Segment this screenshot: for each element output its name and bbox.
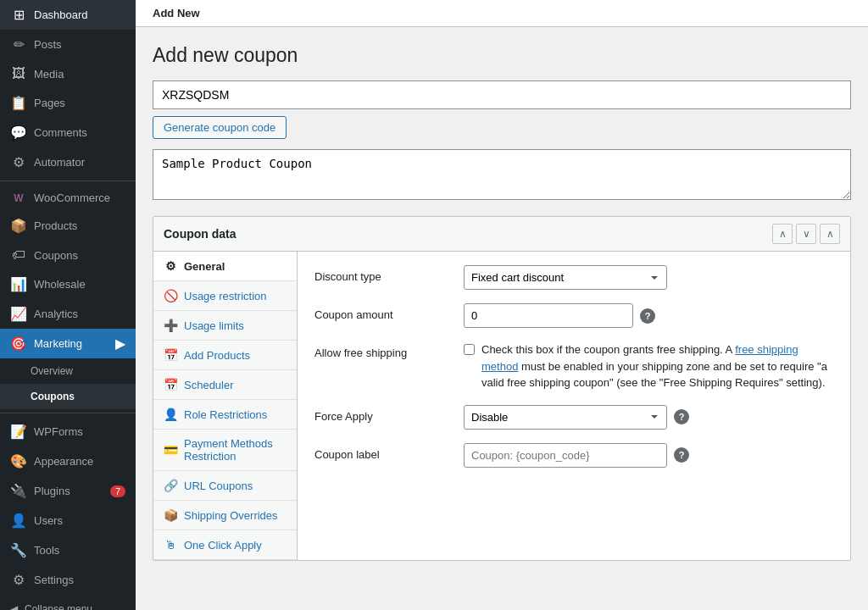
panel-title: Coupon data: [164, 227, 236, 241]
panel-body: ⚙ General 🚫 Usage restriction ➕ Usage li…: [153, 252, 850, 560]
sidebar-item-pages[interactable]: 📋 Pages: [0, 88, 136, 118]
plugins-icon: 🔌: [10, 483, 27, 499]
woocommerce-icon: W: [10, 192, 27, 204]
coupon-label-input-wrap: ?: [464, 443, 833, 468]
tab-one-click-apply[interactable]: 🖱 One Click Apply: [153, 530, 297, 560]
sidebar-item-settings[interactable]: ⚙ Settings: [0, 565, 136, 595]
free-shipping-checkbox[interactable]: [464, 344, 475, 355]
force-apply-select[interactable]: Disable Enable: [464, 405, 667, 430]
sidebar-item-posts[interactable]: ✏ Posts: [0, 30, 136, 59]
sidebar-item-appearance[interactable]: 🎨 Appearance: [0, 446, 136, 476]
sidebar-item-products[interactable]: 📦 Products: [0, 211, 136, 241]
coupon-code-input[interactable]: [153, 80, 851, 109]
coupon-amount-help-icon[interactable]: ?: [640, 308, 655, 324]
wpforms-icon: 📝: [10, 424, 27, 440]
sidebar-item-woocommerce[interactable]: W WooCommerce: [0, 185, 136, 211]
marketing-icon: 🎯: [10, 336, 27, 352]
breadcrumb: Add New: [153, 7, 200, 19]
coupon-amount-label: Coupon amount: [314, 303, 450, 321]
payment-methods-tab-icon: 💳: [164, 443, 177, 457]
panel-collapse-up-btn[interactable]: ∧: [772, 224, 793, 244]
discount-type-row: Discount type Percentage discount Fixed …: [314, 265, 833, 290]
sidebar-item-analytics[interactable]: 📈 Analytics: [0, 299, 136, 329]
collapse-icon: ◀: [10, 603, 18, 610]
sidebar-item-wholesale[interactable]: 📊 Wholesale: [0, 269, 136, 299]
free-shipping-description: Check this box if the coupon grants free…: [481, 341, 833, 391]
pages-icon: 📋: [10, 95, 27, 111]
topbar: Add New: [136, 0, 868, 27]
tab-scheduler[interactable]: 📅 Scheduler: [153, 370, 297, 400]
sidebar-item-dashboard[interactable]: ⊞ Dashboard: [0, 0, 136, 30]
posts-icon: ✏: [10, 36, 27, 53]
panel-controls: ∧ ∨ ∧: [772, 224, 840, 244]
sidebar-item-tools[interactable]: 🔧 Tools: [0, 535, 136, 565]
page-title: Add new coupon: [153, 44, 851, 67]
content-area: Add new coupon Generate coupon code Samp…: [136, 27, 868, 610]
products-icon: 📦: [10, 218, 27, 234]
free-shipping-row: Allow free shipping Check this box if th…: [314, 341, 833, 391]
collapse-menu-button[interactable]: ◀ Collapse menu: [0, 595, 136, 610]
sidebar-sub-overview[interactable]: Overview: [0, 358, 136, 384]
sidebar-item-media[interactable]: 🖼 Media: [0, 59, 136, 88]
tab-usage-restriction[interactable]: 🚫 Usage restriction: [153, 281, 297, 311]
coupon-label-help-icon[interactable]: ?: [674, 447, 689, 463]
free-shipping-label: Allow free shipping: [314, 341, 450, 359]
panel-expand-btn[interactable]: ∧: [820, 224, 840, 244]
tab-shipping-overrides[interactable]: 📦 Shipping Overrides: [153, 501, 297, 530]
one-click-apply-tab-icon: 🖱: [164, 538, 177, 552]
discount-type-label: Discount type: [314, 265, 450, 283]
discount-type-select[interactable]: Percentage discount Fixed cart discount …: [464, 265, 667, 290]
coupon-label-input[interactable]: [464, 443, 667, 468]
users-icon: 👤: [10, 513, 27, 529]
dashboard-icon: ⊞: [10, 7, 27, 23]
tab-usage-limits[interactable]: ➕ Usage limits: [153, 311, 297, 341]
coupon-label-row: Coupon label ?: [314, 443, 833, 468]
panel-tabs: ⚙ General 🚫 Usage restriction ➕ Usage li…: [153, 252, 298, 560]
sidebar-item-plugins[interactable]: 🔌 Plugins 7: [0, 476, 136, 506]
sidebar-sub-coupons[interactable]: Coupons: [0, 384, 136, 409]
sidebar-item-coupons[interactable]: 🏷 Coupons: [0, 241, 136, 269]
sidebar-item-comments[interactable]: 💬 Comments: [0, 118, 136, 147]
coupons-icon: 🏷: [10, 247, 27, 263]
coupon-amount-input[interactable]: [464, 303, 633, 328]
url-coupons-tab-icon: 🔗: [164, 479, 177, 492]
shipping-overrides-tab-icon: 📦: [164, 508, 177, 522]
force-apply-row: Force Apply Disable Enable ?: [314, 405, 833, 430]
comments-icon: 💬: [10, 125, 27, 141]
general-tab-content: Discount type Percentage discount Fixed …: [298, 252, 850, 560]
coupon-amount-row: Coupon amount ?: [314, 303, 833, 328]
discount-type-input-wrap: Percentage discount Fixed cart discount …: [464, 265, 833, 290]
panel-collapse-down-btn[interactable]: ∨: [796, 224, 816, 244]
plugins-badge: 7: [110, 485, 125, 497]
usage-restriction-tab-icon: 🚫: [164, 289, 177, 302]
general-tab-icon: ⚙: [164, 259, 177, 273]
media-icon: 🖼: [10, 66, 27, 81]
sidebar-item-marketing[interactable]: 🎯 Marketing ▶: [0, 329, 136, 358]
tab-payment-methods[interactable]: 💳 Payment Methods Restriction: [153, 430, 297, 471]
coupon-data-panel: Coupon data ∧ ∨ ∧ ⚙ General 🚫 Usage re: [153, 216, 851, 561]
sidebar-item-automator[interactable]: ⚙ Automator: [0, 147, 136, 177]
sidebar-item-wpforms[interactable]: 📝 WPForms: [0, 417, 136, 446]
add-products-tab-icon: 📅: [164, 348, 177, 362]
force-apply-input-wrap: Disable Enable ?: [464, 405, 833, 430]
sidebar: ⊞ Dashboard ✏ Posts 🖼 Media 📋 Pages 💬 Co…: [0, 0, 136, 610]
force-apply-help-icon[interactable]: ?: [674, 409, 689, 424]
free-shipping-input-wrap: Check this box if the coupon grants free…: [464, 341, 833, 391]
tab-add-products[interactable]: 📅 Add Products: [153, 341, 297, 370]
coupon-amount-input-wrap: ?: [464, 303, 833, 328]
automator-icon: ⚙: [10, 154, 27, 170]
appearance-icon: 🎨: [10, 453, 27, 469]
wholesale-icon: 📊: [10, 276, 27, 292]
tab-url-coupons[interactable]: 🔗 URL Coupons: [153, 471, 297, 501]
force-apply-label: Force Apply: [314, 405, 450, 423]
tab-general[interactable]: ⚙ General: [153, 252, 297, 281]
coupon-description-field[interactable]: Sample Product Coupon: [153, 149, 851, 200]
tools-icon: 🔧: [10, 542, 27, 558]
main-content: Add New Add new coupon Generate coupon c…: [136, 0, 868, 610]
analytics-icon: 📈: [10, 306, 27, 322]
tab-role-restrictions[interactable]: 👤 Role Restrictions: [153, 400, 297, 430]
settings-icon: ⚙: [10, 572, 27, 588]
usage-limits-tab-icon: ➕: [164, 319, 177, 332]
sidebar-item-users[interactable]: 👤 Users: [0, 506, 136, 535]
generate-coupon-btn[interactable]: Generate coupon code: [153, 116, 287, 139]
